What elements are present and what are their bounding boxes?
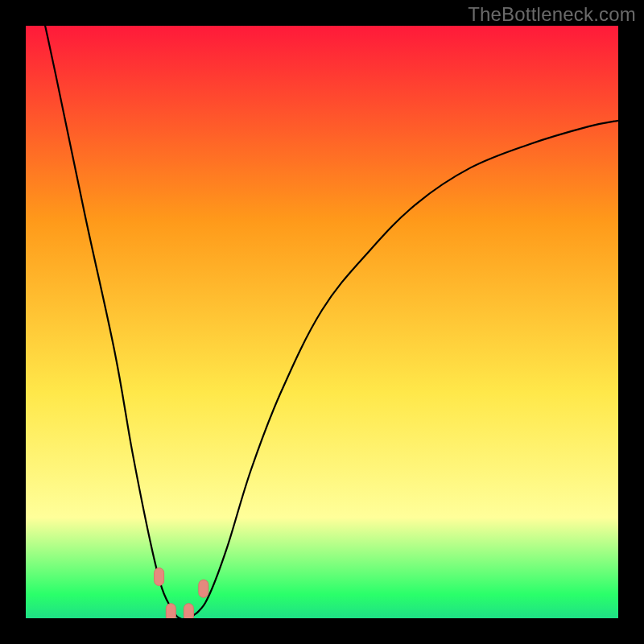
bottleneck-curve xyxy=(26,26,618,618)
curve-marker xyxy=(199,580,208,597)
watermark-text: TheBottleneck.com xyxy=(468,3,636,26)
curve-marker xyxy=(166,604,175,618)
curve-marker xyxy=(184,604,193,618)
curve-marker xyxy=(155,568,164,585)
plot-area xyxy=(26,26,618,618)
